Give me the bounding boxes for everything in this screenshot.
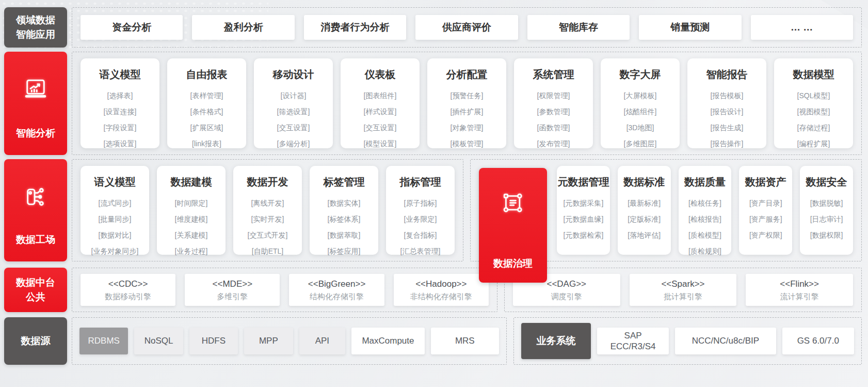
governance-cards-container: 数据治理 元数据管理 [元数据采集] [元数据血缘] [元数据检索] 数据标准 … <box>470 159 862 261</box>
analysis-row-label: 智能分析 <box>4 52 67 155</box>
card-item: [设计器] <box>254 88 333 104</box>
card-item: [质检规则] <box>679 243 732 259</box>
app-box-more: … … <box>751 15 853 40</box>
analysis-row: 智能分析 语义模型 [选择表] [设置连接] [字段设置] [选项设置] 自由报… <box>4 52 862 155</box>
business-systems-label-text: 业务系统 <box>536 334 575 348</box>
feature-card-big-screen: 数字大屏 [大屏模板] [炫酷组件] [3D地图] [多维图层] <box>601 58 680 148</box>
factory-cards-container: 语义模型 [流式同步] [批量同步] [数据对比] [业务对象同步] 数据建模 … <box>72 159 463 261</box>
card-item: [时间限定] <box>157 195 226 211</box>
app-box-profit-analysis: 盈利分析 <box>192 15 294 40</box>
feature-card-dashboard: 仪表板 [图表组件] [样式设置] [交互设置] [模型设置] <box>341 58 420 148</box>
engine-name: <<DAG>> <box>546 277 586 291</box>
card-item: [报告生成] <box>687 120 766 136</box>
feature-card-smart-report: 智能报告 [报告模板] [报告设计] [报告生成] [报告操作] <box>687 58 766 148</box>
platform-engines-left-container: <<CDC>> 数据移动引擎 <<MDE>> 多维引擎 <<BigGreen>>… <box>72 268 497 312</box>
data-platform-architecture-diagram: 领域数据 智能应用 资金分析 盈利分析 消费者行为分析 供应商评价 智能库存 销… <box>0 0 868 365</box>
platform-row-label: 数据中台 公共 <box>4 268 67 312</box>
app-box-supplier-evaluation: 供应商评价 <box>415 15 518 40</box>
feature-card-indicator-mgmt: 指标管理 [原子指标] [业务限定] [复合指标] [汇总表管理] <box>386 166 455 255</box>
feature-card-semantic-model: 语义模型 [流式同步] [批量同步] [数据对比] [业务对象同步] <box>81 166 149 255</box>
card-item: [存储过程] <box>774 120 853 136</box>
source-box-hdfs: HDFS <box>189 328 238 354</box>
card-item: [插件扩展] <box>427 104 506 120</box>
engine-desc: 非结构化存储引擎 <box>410 291 472 303</box>
source-box-mpp: MPP <box>244 328 293 354</box>
feature-card-tag-mgmt: 标签管理 [数据实体] [标签体系] [数据萃取] [标签应用] <box>310 166 378 255</box>
card-title: 数字大屏 <box>601 68 680 82</box>
engine-box-flink: <<Flink>> 流计算引擎 <box>746 274 853 306</box>
card-item: [预警任务] <box>427 88 506 104</box>
source-box-mrs: MRS <box>431 328 499 354</box>
card-title: 自由报表 <box>167 68 246 82</box>
app-box-consumer-behavior: 消费者行为分析 <box>304 15 406 40</box>
card-title: 系统管理 <box>514 68 593 82</box>
card-title: 元数据管理 <box>557 175 610 189</box>
engine-box-spark: <<Spark>> 批计算引擎 <box>630 274 737 306</box>
sources-row-label: 数据源 <box>4 317 67 365</box>
engine-box-mde: <<MDE>> 多维引擎 <box>185 274 280 306</box>
engine-box-cdc: <<CDC>> 数据移动引擎 <box>81 274 175 306</box>
factory-row-label: 数据工场 <box>4 159 67 261</box>
governance-label-box: 数据治理 <box>479 168 547 283</box>
card-item: [离线开发] <box>233 195 302 211</box>
governance-label-text: 数据治理 <box>493 257 533 270</box>
card-item: [实时开发] <box>233 211 302 227</box>
card-item: [扩展区域] <box>167 120 246 136</box>
card-item: [元数据采集] <box>557 195 610 211</box>
engine-desc: 数据移动引擎 <box>105 291 151 303</box>
card-title: 数据标准 <box>618 175 671 189</box>
card-item: [标签应用] <box>310 243 378 259</box>
feature-card-analysis-config: 分析配置 [预警任务] [插件扩展] [对象管理] [模板管理] <box>427 58 506 148</box>
engine-desc: 批计算引擎 <box>664 291 702 303</box>
card-title: 标签管理 <box>310 175 378 189</box>
feature-card-free-report: 自由报表 [表样管理] [条件格式] [扩展区域] [link报表] <box>167 58 246 148</box>
analysis-chart-icon <box>22 78 49 101</box>
card-item: [业务限定] <box>386 211 455 227</box>
card-item: [资产权限] <box>739 227 792 243</box>
card-item: [发布管理] <box>514 136 593 152</box>
card-item: [参数管理] <box>514 104 593 120</box>
source-box-api: API <box>299 328 346 354</box>
feature-card-data-dev: 数据开发 [离线开发] [实时开发] [交互式开发] [自助ETL] <box>233 166 302 255</box>
card-item: [3D地图] <box>601 120 680 136</box>
card-item: [关系建模] <box>157 227 226 243</box>
feature-card-data-quality: 数据质量 [检核任务] [检核报告] [质检模型] [质检规则] <box>679 166 732 255</box>
card-item: [定版标准] <box>618 211 671 227</box>
card-item: [汇总表管理] <box>386 243 455 259</box>
card-item: [条件格式] <box>167 104 246 120</box>
card-title: 数据开发 <box>233 175 302 189</box>
card-item: [检核任务] <box>679 195 732 211</box>
card-item: [权限管理] <box>514 88 593 104</box>
card-item: [资产服务] <box>739 211 792 227</box>
card-title: 数据资产 <box>739 175 792 189</box>
card-item: [交互式开发] <box>233 227 302 243</box>
sources-row-label-text: 数据源 <box>21 334 51 348</box>
sources-row: 数据源 RDBMS NoSQL HDFS MPP API MaxCompute … <box>4 317 862 365</box>
card-item: [函数管理] <box>514 120 593 136</box>
feature-card-data-standard: 数据标准 [最新标准] [定版标准] [落地评估] <box>618 166 671 255</box>
card-item: [多维图层] <box>601 136 680 152</box>
engine-desc: 流计算引擎 <box>780 291 819 303</box>
engine-name: <<Spark>> <box>661 277 704 291</box>
card-item: [选项设置] <box>81 136 159 152</box>
feature-card-data-model: 数据模型 [SQL模型] [视图模型] [存储过程] [编程扩展] <box>774 58 853 148</box>
feature-card-metadata-mgmt: 元数据管理 [元数据采集] [元数据血缘] [元数据检索] <box>557 166 610 255</box>
app-box-funds-analysis: 资金分析 <box>81 15 183 40</box>
factory-row: 数据工场 语义模型 [流式同步] [批量同步] [数据对比] [业务对象同步] … <box>4 159 862 261</box>
card-title: 指标管理 <box>386 175 455 189</box>
card-item: [质检模型] <box>679 227 732 243</box>
card-item: [SQL模型] <box>774 88 853 104</box>
card-item: [筛选设置] <box>254 104 333 120</box>
card-item: [最新标准] <box>618 195 671 211</box>
card-item: [检核报告] <box>679 211 732 227</box>
platform-row-label-text: 数据中台 公共 <box>16 275 55 304</box>
feature-card-data-modeling: 数据建模 [时间限定] [维度建模] [关系建模] [业务过程] <box>157 166 226 255</box>
card-item: [表样管理] <box>167 88 246 104</box>
feature-card-data-asset: 数据资产 [资产目录] [资产服务] [资产权限] <box>739 166 792 255</box>
card-item: [选择表] <box>81 88 159 104</box>
data-factory-icon <box>23 185 49 209</box>
card-title: 仪表板 <box>341 68 420 82</box>
card-item: [图表组件] <box>341 88 420 104</box>
card-item: [元数据血缘] <box>557 211 610 227</box>
card-item: [编程扩展] <box>774 136 853 152</box>
